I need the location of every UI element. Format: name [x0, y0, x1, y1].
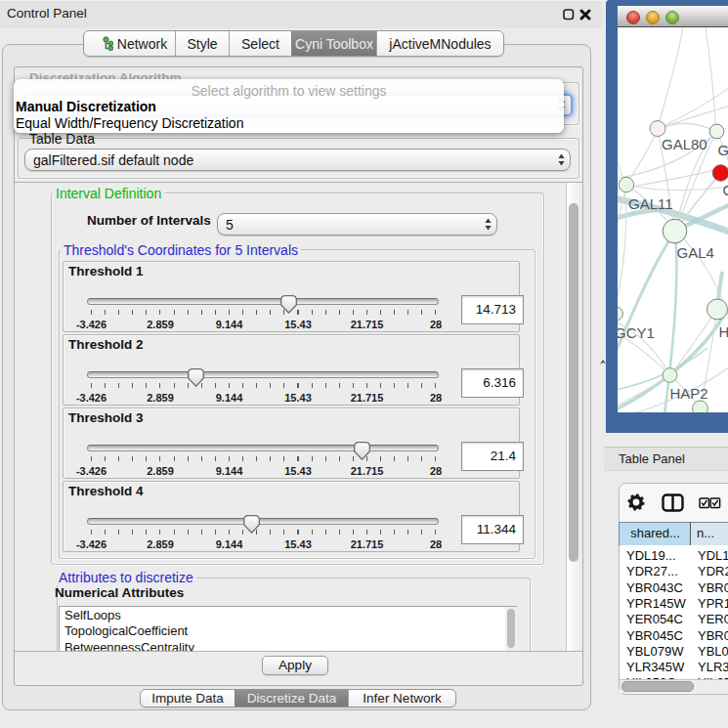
svg-text:HAP2: HAP2 — [670, 385, 708, 402]
svg-text:C: C — [723, 182, 728, 198]
svg-text:GA: GA — [718, 142, 728, 158]
svg-text:GAL11: GAL11 — [628, 195, 673, 212]
svg-text:H: H — [719, 323, 728, 340]
svg-text:GCY1: GCY1 — [618, 324, 655, 341]
svg-text:GAL80: GAL80 — [662, 136, 707, 152]
svg-text:GAL4: GAL4 — [677, 244, 714, 261]
